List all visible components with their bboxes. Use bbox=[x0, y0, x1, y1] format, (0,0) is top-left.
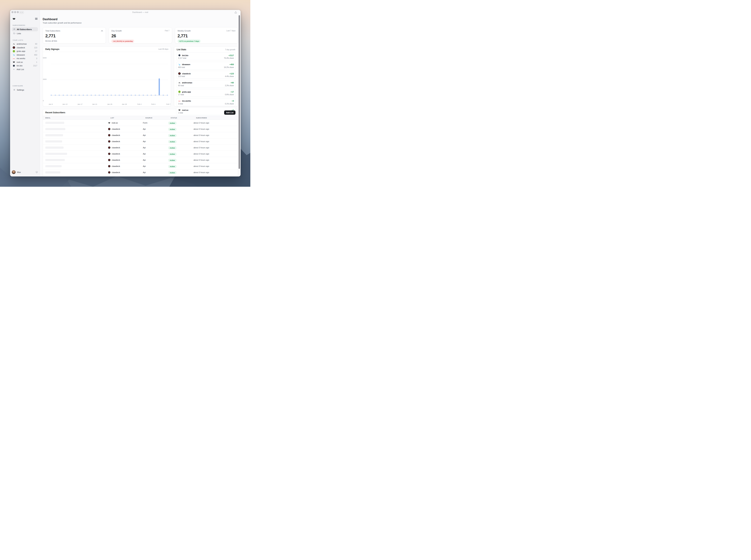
gear-icon bbox=[13, 89, 15, 91]
table-row[interactable]: clawdeckApiActiveabout 3 hours ago bbox=[43, 126, 238, 132]
list-stat-mx.works[interactable]: (mx)mx.works+33 total0.1% share bbox=[176, 98, 236, 106]
stat-card-weekly-growth: Weekly Growth Last 7 days 2,771 +2771 vs… bbox=[175, 27, 238, 43]
nod-icon bbox=[13, 61, 15, 63]
list-stat-gratu.app[interactable]: gratu.app+1717 total0.6% share bbox=[176, 89, 236, 97]
list-stat-name: ideaware bbox=[182, 63, 190, 65]
table-row[interactable]: hubert.meyer80@gmail.comclawdeckApiActiv… bbox=[43, 176, 238, 177]
subscribed-time: about 3 hours ago bbox=[194, 134, 238, 136]
sidebar-list-gratu.app[interactable]: gratu.app17 bbox=[12, 49, 38, 53]
add-list-item[interactable]: + Add List bbox=[12, 67, 38, 71]
subscribed-time: about 3 hours ago bbox=[194, 140, 238, 142]
bar-chart: 500025000Jan 9Jan 13Jan 17Jan 21Jan 25Ja… bbox=[43, 52, 171, 106]
monitor-icon bbox=[36, 171, 38, 173]
table-row[interactable]: clawdeckApiActiveabout 3 hours ago bbox=[43, 145, 238, 151]
share-icon bbox=[234, 11, 237, 14]
app-window: ‹ › SUBSCRIBERS All SubscribersLists YOU… bbox=[10, 10, 241, 177]
stat-card-day-growth: Day Growth Feb 7 26 -14 (-35.0%) vs yest… bbox=[109, 27, 172, 43]
add-list-button[interactable]: Add List bbox=[224, 111, 235, 115]
scrollbar[interactable] bbox=[239, 15, 240, 169]
desktop-wallpaper: ‹ › SUBSCRIBERS All SubscribersLists YOU… bbox=[0, 0, 250, 187]
email-placeholder bbox=[45, 146, 63, 149]
column-header-list: LIST bbox=[108, 117, 143, 119]
clawdeck-icon bbox=[108, 165, 111, 167]
list-stat-growth: +450 bbox=[230, 63, 234, 65]
status-badge: Active bbox=[168, 146, 177, 149]
list-stat-growth: +123 bbox=[230, 73, 234, 75]
sidebar-list-andresmax[interactable]: andresmax60 bbox=[12, 42, 38, 46]
bar-feb-5 bbox=[159, 78, 160, 95]
sidebar-item-lists[interactable]: Lists bbox=[12, 31, 38, 35]
email-placeholder bbox=[45, 159, 65, 161]
list-name: clawdeck bbox=[17, 46, 25, 49]
list-count: 2117 bbox=[33, 65, 37, 67]
list-stat-clawdeck[interactable]: clawdeck+123123 total4.4% share bbox=[176, 71, 236, 79]
x-tick-label: Jan 25 bbox=[107, 103, 113, 105]
bar-jan-27 bbox=[123, 95, 124, 95]
subscriber-list: clawdeck bbox=[112, 134, 120, 136]
list-stat-share: 2.2% share bbox=[225, 85, 234, 86]
andresmax-icon bbox=[13, 43, 15, 45]
table-row[interactable]: clawdeckApiActiveabout 3 hours ago bbox=[43, 157, 238, 163]
list-stat-tini.bio[interactable]: tini.bio+21172,117 total76.4% share bbox=[176, 53, 236, 60]
forward-button[interactable]: › bbox=[22, 11, 23, 13]
sidebar-toggle-button[interactable] bbox=[35, 18, 38, 20]
subscribed-time: about 2 hours ago bbox=[194, 122, 238, 124]
minimize-window-button[interactable] bbox=[14, 11, 16, 13]
list-stat-andresmax[interactable]: andresmax+6060 total2.2% share bbox=[176, 80, 236, 88]
close-window-button[interactable] bbox=[12, 11, 14, 13]
bar-jan-31 bbox=[139, 95, 140, 95]
user-account-row[interactable]: Max bbox=[12, 170, 38, 174]
share-button[interactable] bbox=[234, 11, 237, 14]
sidebar-list-clawdeck[interactable]: clawdeck123 bbox=[12, 46, 38, 49]
column-header-email: EMAIL bbox=[43, 117, 108, 119]
list-stat-ideaware[interactable]: wideaware+450450 total16.2% share bbox=[176, 62, 236, 69]
email-placeholder bbox=[45, 134, 63, 136]
subscriber-source: Form bbox=[143, 122, 168, 124]
avatar bbox=[12, 170, 16, 174]
chart-range-label: Last 30 days bbox=[158, 48, 169, 50]
list-stat-name: tini.bio bbox=[182, 54, 189, 57]
subscriber-source: Api bbox=[143, 159, 168, 161]
subscribed-time: about 3 hours ago bbox=[194, 146, 238, 149]
list-stat-total: 60 total bbox=[178, 85, 184, 86]
list-stats-card: List Stats 7-day growth tini.bio+21172,1… bbox=[174, 46, 238, 106]
app-logo-cat-icon bbox=[12, 17, 16, 21]
andresmax-icon bbox=[178, 81, 181, 84]
table-row[interactable]: clawdeckApiActiveabout 3 hours ago bbox=[43, 163, 238, 169]
list-count: 60 bbox=[35, 43, 37, 45]
subscriber-list: clawdeck bbox=[112, 165, 120, 167]
clawdeck-icon bbox=[13, 46, 15, 49]
table-row[interactable]: nod.soFormActiveabout 2 hours ago bbox=[43, 120, 238, 126]
sidebar-item-all-subscribers[interactable]: All Subscribers bbox=[12, 27, 38, 31]
subscriber-list: nod.so bbox=[112, 122, 118, 124]
status-badge: Active bbox=[168, 122, 177, 125]
list-count: 450 bbox=[34, 54, 37, 56]
clawdeck-icon bbox=[108, 153, 111, 155]
sidebar-list-ideaware[interactable]: wideaware450 bbox=[12, 53, 38, 57]
table-row[interactable]: clawdeckApiActiveabout 3 hours ago bbox=[43, 169, 238, 176]
sidebar-list-mx.works[interactable]: (mx)mx.works3 bbox=[12, 57, 38, 60]
stat-meta: Feb 7 bbox=[165, 30, 170, 32]
sidebar-item-settings[interactable]: Settings bbox=[12, 88, 38, 92]
bar-jan-18 bbox=[86, 95, 88, 95]
add-list-label: Add List bbox=[17, 68, 24, 71]
table-row[interactable]: clawdeckApiActiveabout 3 hours ago bbox=[43, 132, 238, 138]
traffic-lights bbox=[12, 11, 19, 13]
y-tick-label: 5000 bbox=[43, 57, 48, 59]
table-row[interactable]: clawdeckApiActiveabout 3 hours ago bbox=[43, 151, 238, 157]
list-stat-growth: +17 bbox=[231, 91, 234, 93]
list-stats-meta: 7-day growth bbox=[225, 49, 235, 51]
sidebar-list-tini.bio[interactable]: tini.bio2117 bbox=[12, 64, 38, 67]
subscribed-time: about 3 hours ago bbox=[194, 171, 238, 174]
sidebar-list-nod.so[interactable]: nod.so1 bbox=[12, 60, 38, 64]
page-title: Dashboard bbox=[43, 18, 238, 21]
mxworks-icon: (mx) bbox=[178, 100, 181, 102]
bar-jan-20 bbox=[95, 95, 96, 95]
gratu-icon bbox=[13, 50, 15, 53]
back-button[interactable]: ‹ bbox=[20, 11, 21, 13]
bar-jan-10 bbox=[55, 95, 56, 95]
zoom-window-button[interactable] bbox=[17, 11, 19, 13]
status-badge: +2771 vs previous 7 days bbox=[178, 39, 201, 43]
table-row[interactable]: clawdeckApiActiveabout 3 hours ago bbox=[43, 138, 238, 145]
bar-jan-22 bbox=[103, 95, 104, 95]
